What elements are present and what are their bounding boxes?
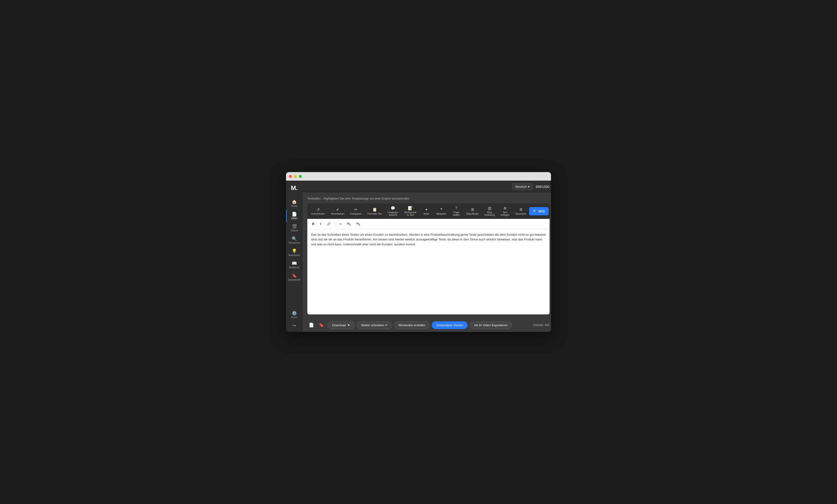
frage-stellen-icon: ? — [455, 206, 457, 210]
sidebar-item-videos[interactable]: 🎬 Videos — [286, 222, 303, 234]
page-subtitle: Texteditor - Highlighten Sie eine Textpa… — [307, 197, 550, 200]
search-icon: 🔍 — [533, 209, 537, 213]
content-area: Texteditor - Highlighten Sie eine Textpa… — [303, 193, 551, 318]
stichpunkte-icon: 📝 — [408, 206, 413, 210]
sidebar-item-akademie[interactable]: 📖 Akademie — [286, 259, 303, 271]
chevron-down-icon: ▾ — [528, 185, 530, 188]
toolbar-blog-einleitung[interactable]: ▥ BlogEinleitung — [482, 204, 498, 219]
sidebar-label-konto: Konto — [291, 316, 297, 319]
sidebar-label-editor: Editor — [291, 217, 297, 220]
sidebar-item-home[interactable]: 🏠 Home — [286, 198, 303, 210]
toolbar-label-text-einfuegen: Texteinfügen — [501, 211, 510, 216]
h2-button[interactable]: H2 — [355, 221, 362, 227]
toolbar-label-ideen: Ideen — [424, 212, 429, 215]
toolbar-synonyme[interactable]: ⚙ Synonyme — [512, 205, 529, 218]
language-selector[interactable]: Deutsch ▾ — [512, 183, 533, 190]
home-icon: 🏠 — [292, 200, 297, 204]
toolbar-stichpunkte[interactable]: 📝 Stichpunktezu Text — [401, 204, 419, 219]
synonyme-icon: ⚙ — [519, 207, 522, 212]
konto-icon: ⚙️ — [292, 311, 297, 315]
umgangssprache-icon: 💬 — [391, 206, 395, 210]
wortwolke-button[interactable]: Wortwolke erstellen — [394, 321, 430, 329]
toolbar-metapher[interactable]: ❝ Metapher — [434, 205, 449, 218]
link-button[interactable]: 🔗 — [325, 221, 333, 227]
titlebar — [286, 172, 551, 181]
seo-button[interactable]: 🔍 SEO — [529, 207, 548, 216]
toolbar-vereinfachen[interactable]: ✔ Vereinfachen — [328, 205, 347, 218]
metapher-icon: ❝ — [440, 207, 442, 212]
editor-text-content: Das ist das Schreiben eines Textes um ei… — [311, 233, 546, 246]
download-label: Download — [332, 323, 346, 327]
ki-video-label: Als KI Video Exportieren — [474, 323, 507, 327]
close-button[interactable] — [289, 175, 292, 178]
toolbar-umschreiben[interactable]: ↺ Umschreiben — [308, 205, 328, 218]
formeller-ton-icon: 📋 — [372, 207, 377, 212]
sidebar: M. 🏠 Home 📄 Editor 🎬 Videos 🔍 Recherche … — [286, 181, 303, 332]
textanalyse-label: Textanalyse Starten — [436, 323, 463, 327]
toolbar-label-synonyme: Synonyme — [515, 212, 527, 215]
maximize-button[interactable] — [299, 175, 302, 178]
editor-toolbar: ↺ Umschreiben ✔ Vereinfachen ✏ Korrigier… — [307, 204, 550, 219]
vereinfachen-icon: ✔ — [336, 207, 339, 212]
toolbar-korrigieren[interactable]: ✏ Korrigieren — [347, 205, 364, 218]
akademie-icon: 📖 — [292, 261, 297, 265]
toolbar-label-umschreiben: Umschreiben — [311, 212, 325, 215]
ki-video-button[interactable]: Als KI Video Exportieren — [469, 321, 512, 329]
bottom-bar-left: 📄 🔖 — [307, 321, 325, 329]
h1-button[interactable]: H1 — [345, 221, 353, 227]
download-button[interactable]: Download ▼ — [328, 321, 355, 329]
weiter-schreiben-button[interactable]: Weiter schreiben ✏ — [357, 321, 392, 329]
editor-content-area[interactable]: Das ist das Schreiben eines Textes um ei… — [307, 229, 550, 314]
app-body: M. 🏠 Home 📄 Editor 🎬 Videos 🔍 Recherche … — [286, 181, 551, 332]
toolbar-text-einfuegen[interactable]: ⊕ Texteinfügen — [498, 204, 512, 219]
sidebar-item-gespeichert[interactable]: 🔖 Gespeichert — [286, 271, 303, 283]
italic-button[interactable]: I — [318, 221, 323, 227]
toolbar-label-formeller-ton: Formeller Ton — [368, 212, 382, 215]
bookmark-button[interactable]: 🔖 — [317, 321, 325, 329]
toolbar-label-vereinfachen: Vereinfachen — [331, 212, 344, 215]
sidebar-item-editor[interactable]: 📄 Editor — [286, 210, 303, 222]
formatting-toolbar: B I 🔗 ≡ H1 H2 — [307, 219, 550, 229]
text-einfuegen-icon: ⊕ — [503, 206, 506, 210]
sidebar-label-akademie: Akademie — [289, 266, 300, 269]
app-header: Deutsch ▾ 899/1500 — [303, 181, 551, 193]
toolbar-blog-absatz[interactable]: ⊞ Blog Absatz — [463, 205, 482, 218]
sidebar-item-konto[interactable]: ⚙️ Konto — [286, 309, 303, 321]
sidebar-label-home: Home — [291, 205, 298, 207]
toolbar-label-blog-absatz: Blog Absatz — [466, 212, 479, 215]
sidebar-item-brainstorm[interactable]: 💡 Brainstorm — [286, 246, 303, 259]
toolbar-umgangssprache[interactable]: 💬 Umgangs-sprache — [385, 204, 401, 219]
character-count: Zeichen: 403 — [533, 323, 549, 327]
toolbar-formeller-ton[interactable]: 📋 Formeller Ton — [364, 205, 385, 218]
sidebar-item-logout[interactable]: ↪ — [286, 321, 303, 330]
sidebar-label-gespeichert: Gespeichert — [288, 279, 301, 281]
umschreiben-icon: ↺ — [317, 207, 320, 212]
main-content: Deutsch ▾ 899/1500 Texteditor - Highligh… — [303, 181, 551, 332]
bold-button[interactable]: B — [310, 221, 316, 227]
textanalyse-button[interactable]: Textanalyse Starten — [432, 321, 468, 329]
brainstorm-icon: 💡 — [292, 249, 297, 253]
app-window: M. 🏠 Home 📄 Editor 🎬 Videos 🔍 Recherche … — [286, 172, 551, 332]
toolbar-label-metapher: Metapher — [437, 212, 446, 215]
toolbar-ideen[interactable]: ✦ Ideen — [420, 205, 434, 218]
minimize-button[interactable] — [294, 175, 297, 178]
new-document-button[interactable]: 📄 — [307, 321, 315, 329]
sidebar-label-brainstorm: Brainstorm — [289, 254, 300, 257]
text-editor: B I 🔗 ≡ H1 H2 Das ist das Schreiben eine… — [307, 219, 550, 314]
toolbar-label-blog-einleitung: BlogEinleitung — [484, 211, 495, 216]
toolbar-label-stichpunkte: Stichpunktezu Text — [404, 211, 416, 216]
wortwolke-label: Wortwolke erstellen — [398, 323, 425, 327]
sidebar-item-recherche[interactable]: 🔍 Recherche — [286, 234, 303, 246]
toolbar-frage-stellen[interactable]: ? Fragestellen — [449, 204, 463, 219]
list-button[interactable]: ≡ — [338, 221, 343, 227]
seo-label: SEO — [538, 209, 545, 213]
toolbar-label-korrigieren: Korrigieren — [350, 212, 362, 215]
editor-icon: 📄 — [292, 212, 297, 216]
logout-icon: ↪ — [292, 323, 296, 328]
korrigieren-icon: ✏ — [354, 207, 357, 212]
videos-icon: 🎬 — [292, 224, 297, 229]
bottom-action-bar: 📄 🔖 Download ▼ Weiter schreiben ✏ Wortwo… — [303, 318, 551, 332]
gespeichert-icon: 🔖 — [292, 274, 297, 278]
toolbar-label-frage-stellen: Fragestellen — [453, 211, 460, 216]
blog-absatz-icon: ⊞ — [471, 207, 474, 212]
